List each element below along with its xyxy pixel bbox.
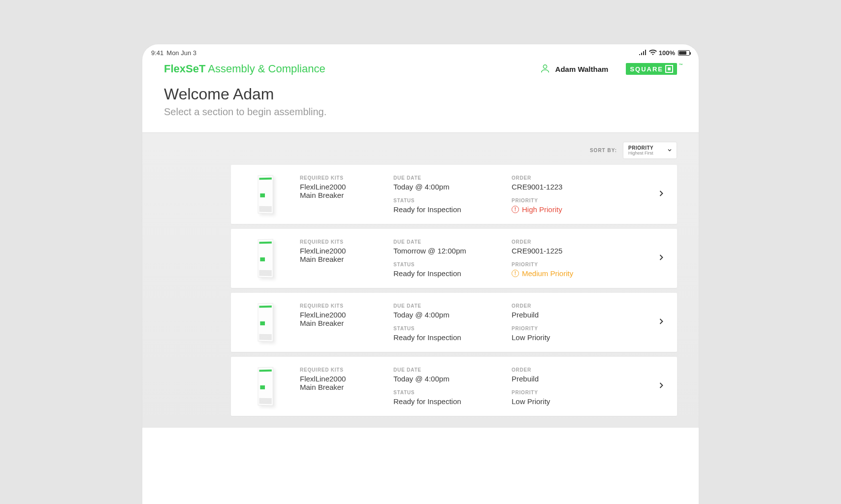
priority-label: PRIORITY [512, 198, 610, 203]
required-kits-label: REQUIRED KITS [300, 367, 379, 373]
order-value: Prebuild [512, 311, 610, 319]
status-value: Ready for Inspection [393, 333, 497, 342]
status-label: STATUS [393, 262, 497, 267]
user-name: Adam Waltham [555, 65, 609, 73]
priority-value: Low Priority [512, 397, 610, 406]
due-date-value: Tomorrow @ 12:00pm [393, 247, 497, 255]
card-columns: REQUIRED KITSFlexlLine2000Main BreakerDU… [300, 175, 656, 214]
due-status-group: DUE DATEToday @ 4:00pmSTATUSReady for In… [393, 303, 497, 342]
order-value: CRE9001-1223 [512, 183, 610, 191]
welcome-section: Welcome Adam Select a section to begin a… [142, 75, 699, 132]
assembly-card[interactable]: REQUIRED KITSFlexlLine2000Main BreakerDU… [231, 229, 677, 288]
brand-rest: Assembly & Compliance [205, 63, 325, 75]
due-date-label: DUE DATE [393, 367, 497, 373]
kit-line-2: Main Breaker [300, 255, 379, 263]
due-status-group: DUE DATEToday @ 4:00pmSTATUSReady for In… [393, 367, 497, 406]
required-kits-label: REQUIRED KITS [300, 303, 379, 309]
status-value: Ready for Inspection [393, 205, 497, 214]
order-priority-group: ORDERPrebuildPRIORITYLow Priority [512, 367, 610, 406]
page-subtitle: Select a section to begin assembling. [164, 106, 677, 118]
status-value: Ready for Inspection [393, 269, 497, 278]
product-thumbnail [231, 234, 300, 283]
chevron-right-icon [656, 316, 666, 328]
priority-value: Low Priority [512, 333, 610, 342]
kit-line-1: FlexlLine2000 [300, 183, 379, 191]
priority-value: Medium Priority [522, 269, 573, 278]
order-priority-group: ORDERPrebuildPRIORITYLow Priority [512, 303, 610, 342]
chevron-right-icon [656, 252, 666, 264]
required-kits-label: REQUIRED KITS [300, 239, 379, 245]
due-status-group: DUE DATEToday @ 4:00pmSTATUSReady for In… [393, 175, 497, 214]
status-label: STATUS [393, 198, 497, 203]
priority-label: PRIORITY [512, 326, 610, 331]
sort-row: SORT BY: PRIORITY Highest First [142, 142, 699, 165]
order-label: ORDER [512, 303, 610, 309]
square-d-logo: SQUARE ™ [626, 63, 677, 75]
alert-icon: ! [512, 270, 519, 277]
sort-dropdown[interactable]: PRIORITY Highest First [623, 142, 677, 159]
logo-d-box [665, 65, 673, 73]
chevron-down-icon [667, 146, 673, 155]
card-list: REQUIRED KITSFlexlLine2000Main BreakerDU… [142, 165, 699, 416]
logo-text: SQUARE [630, 65, 663, 73]
status-label: STATUS [393, 326, 497, 331]
assembly-card[interactable]: REQUIRED KITSFlexlLine2000Main BreakerDU… [231, 165, 677, 224]
tablet-frame: 9:41 Mon Jun 3 100% FlexSeT Assembly & C… [142, 44, 699, 504]
kit-line-1: FlexlLine2000 [300, 375, 379, 383]
due-status-group: DUE DATETomorrow @ 12:00pmSTATUSReady fo… [393, 239, 497, 278]
kits-group: REQUIRED KITSFlexlLine2000Main Breaker [300, 367, 379, 391]
wifi-icon [649, 49, 657, 57]
product-thumbnail [231, 362, 300, 411]
status-date: Mon Jun 3 [166, 49, 196, 57]
user-profile[interactable]: Adam Waltham [540, 63, 609, 75]
product-thumbnail [231, 170, 300, 219]
kits-group: REQUIRED KITSFlexlLine2000Main Breaker [300, 303, 379, 327]
assembly-card[interactable]: REQUIRED KITSFlexlLine2000Main BreakerDU… [231, 357, 677, 416]
list-area: SORT BY: PRIORITY Highest First REQUIRED… [142, 132, 699, 428]
status-time: 9:41 [151, 49, 163, 57]
alert-icon: ! [512, 206, 519, 213]
due-date-label: DUE DATE [393, 175, 497, 181]
order-label: ORDER [512, 175, 610, 181]
battery-percent: 100% [659, 49, 675, 57]
order-label: ORDER [512, 367, 610, 373]
due-date-value: Today @ 4:00pm [393, 183, 497, 191]
kit-line-2: Main Breaker [300, 383, 379, 391]
sort-by-label: SORT BY: [590, 148, 617, 153]
cellular-icon [639, 49, 647, 57]
chevron-right-icon [656, 380, 666, 392]
page-title: Welcome Adam [164, 85, 677, 103]
priority-value: High Priority [522, 205, 562, 214]
kit-line-1: FlexlLine2000 [300, 311, 379, 319]
kits-group: REQUIRED KITSFlexlLine2000Main Breaker [300, 175, 379, 199]
logo-tm: ™ [679, 63, 683, 67]
order-value: Prebuild [512, 375, 610, 383]
brand-bold: FlexSeT [164, 63, 205, 75]
chevron-right-icon [656, 189, 666, 200]
due-date-value: Today @ 4:00pm [393, 311, 497, 319]
battery-icon [678, 50, 690, 56]
priority-label: PRIORITY [512, 262, 610, 267]
brand-title: FlexSeT Assembly & Compliance [164, 63, 325, 75]
assembly-card[interactable]: REQUIRED KITSFlexlLine2000Main BreakerDU… [231, 293, 677, 352]
sort-option: PRIORITY [628, 145, 662, 151]
kits-group: REQUIRED KITSFlexlLine2000Main Breaker [300, 239, 379, 263]
due-date-value: Today @ 4:00pm [393, 375, 497, 383]
order-priority-group: ORDERCRE9001-1225PRIORITY!Medium Priorit… [512, 239, 610, 278]
card-columns: REQUIRED KITSFlexlLine2000Main BreakerDU… [300, 367, 656, 406]
kit-line-1: FlexlLine2000 [300, 247, 379, 255]
status-value: Ready for Inspection [393, 397, 497, 406]
app-header: FlexSeT Assembly & Compliance Adam Walth… [142, 57, 699, 75]
sort-sub: Highest First [628, 151, 662, 156]
kit-line-2: Main Breaker [300, 191, 379, 199]
order-value: CRE9001-1225 [512, 247, 610, 255]
due-date-label: DUE DATE [393, 239, 497, 245]
kit-line-2: Main Breaker [300, 319, 379, 327]
card-columns: REQUIRED KITSFlexlLine2000Main BreakerDU… [300, 303, 656, 342]
status-label: STATUS [393, 390, 497, 395]
due-date-label: DUE DATE [393, 303, 497, 309]
priority-label: PRIORITY [512, 390, 610, 395]
product-thumbnail [231, 298, 300, 347]
order-label: ORDER [512, 239, 610, 245]
order-priority-group: ORDERCRE9001-1223PRIORITY!High Priority [512, 175, 610, 214]
